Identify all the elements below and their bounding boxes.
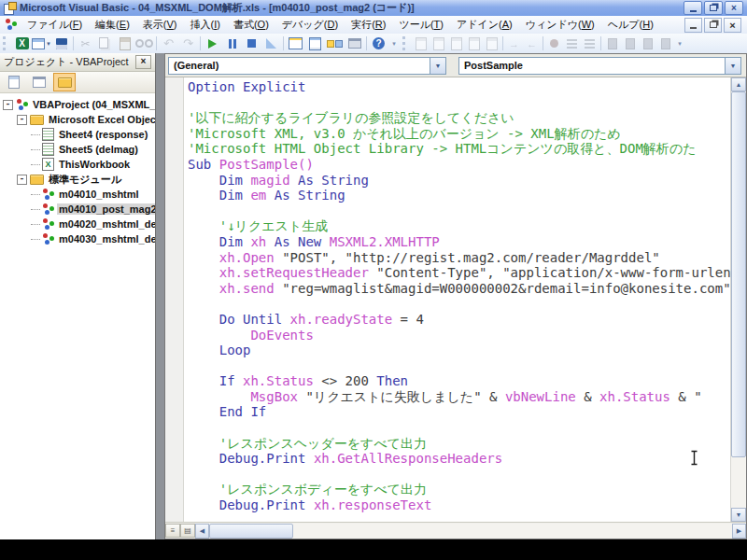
help-icon[interactable]: ? <box>369 35 388 52</box>
tree-expander-icon[interactable]: - <box>17 115 27 125</box>
folder-open-icon <box>30 175 44 185</box>
mdi-restore-icon[interactable] <box>704 18 722 33</box>
project-explorer-icon[interactable] <box>286 35 305 52</box>
edit-toolbar-options-icon[interactable]: ▾ <box>674 35 685 52</box>
run-icon[interactable] <box>203 35 222 52</box>
clear-bookmarks-icon[interactable] <box>656 35 674 52</box>
code-editor[interactable]: Option Explicit'以下に紹介するライブラリの参照設定をしてください… <box>165 77 746 522</box>
view-object-icon[interactable] <box>28 73 50 91</box>
close-icon[interactable]: × <box>135 55 151 69</box>
menu-item-5[interactable]: デバッグ(D) <box>275 16 345 34</box>
break-icon[interactable] <box>222 35 242 52</box>
tree-item-microsoft-excel-objects[interactable]: -Microsoft Excel Objects <box>0 112 155 127</box>
tree-item-m04020_mshtml_delmag_[interactable]: m04020_mshtml_delmag_ <box>0 217 155 231</box>
tree-item-sheet5-delmag-[interactable]: Sheet5 (delmag) <box>0 142 155 157</box>
complete-word-icon[interactable] <box>483 35 500 52</box>
close-icon[interactable]: × <box>725 1 743 15</box>
redo-icon[interactable]: ↷ <box>178 35 198 52</box>
view-code-icon[interactable] <box>3 73 25 91</box>
tree-expander-icon[interactable]: - <box>3 100 13 110</box>
code-line: '以下に紹介するライブラリの参照設定をしてください <box>188 110 731 126</box>
tree-item-label: ThisWorkbook <box>57 159 132 170</box>
minimize-icon[interactable] <box>684 1 702 15</box>
next-bookmark-icon[interactable] <box>621 35 639 52</box>
menu-item-10[interactable]: ヘルプ(H) <box>601 16 660 34</box>
code-line: If xh.Status <> 200 Then <box>188 373 731 389</box>
uncomment-block-icon[interactable] <box>581 35 599 52</box>
toolbar-grip[interactable] <box>3 36 8 50</box>
toolbar-separator <box>543 36 543 50</box>
scroll-down-icon[interactable]: ▼ <box>731 508 746 522</box>
list-constants-icon[interactable] <box>430 35 447 52</box>
outdent-icon[interactable]: ← <box>523 35 541 52</box>
tree-item-m04010_post_mag2[interactable]: m04010_post_mag2 <box>0 202 155 217</box>
code-text[interactable]: Option Explicit'以下に紹介するライブラリの参照設定をしてください… <box>188 79 731 522</box>
toggle-bookmark-icon[interactable] <box>603 35 621 52</box>
reset-icon[interactable] <box>242 35 261 52</box>
horizontal-scrollbar[interactable]: ◀ ▶ <box>195 524 746 539</box>
chevron-down-icon[interactable]: ▼ <box>430 58 445 74</box>
vbe-window: Microsoft Visual Basic - 04_MSXML_DOM解析.… <box>0 0 747 539</box>
edit-toolbar-grip[interactable] <box>402 36 408 50</box>
menu-item-1[interactable]: 編集(E) <box>89 16 136 34</box>
copy-icon[interactable] <box>95 35 115 52</box>
restore-icon[interactable] <box>704 1 723 15</box>
scroll-right-icon[interactable]: ▶ <box>732 524 746 539</box>
design-mode-icon[interactable] <box>261 35 281 52</box>
menu-item-7[interactable]: ツール(T) <box>392 16 450 34</box>
tree-item-thisworkbook[interactable]: XThisWorkbook <box>0 157 155 172</box>
tree-expander-icon[interactable]: - <box>17 175 27 185</box>
vertical-scrollbar[interactable]: ▲ ▼ <box>730 77 746 522</box>
toolbox-icon[interactable] <box>345 35 364 52</box>
tree-item--[interactable]: -標準モジュール <box>0 172 155 187</box>
toolbar-options-icon[interactable]: ▾ <box>388 35 400 52</box>
undo-icon[interactable]: ↶ <box>159 35 178 52</box>
properties-window-icon[interactable] <box>305 35 325 52</box>
insert-userform-icon[interactable]: ▼ <box>32 35 51 52</box>
view-excel-icon[interactable]: X <box>12 35 32 52</box>
code-line: 'Microsoft HTML Object Library -> HTMLコン… <box>188 141 731 157</box>
vertical-scrollbar-thumb[interactable] <box>731 91 746 457</box>
chevron-down-icon[interactable]: ▼ <box>725 58 740 74</box>
list-properties-icon[interactable] <box>412 35 430 52</box>
menu-item-4[interactable]: 書式(O) <box>227 16 275 34</box>
cut-icon[interactable]: ✂ <box>76 35 95 52</box>
procedure-dropdown[interactable]: PostSample ▼ <box>458 57 741 75</box>
toolbar-separator <box>366 36 367 50</box>
margin-indicator-bar[interactable] <box>165 77 184 522</box>
mdi-close-icon[interactable]: × <box>724 18 741 33</box>
mdi-minimize-icon[interactable] <box>684 18 702 33</box>
comment-block-icon[interactable] <box>563 35 581 52</box>
object-dropdown[interactable]: (General) ▼ <box>168 57 446 75</box>
menu-item-6[interactable]: 実行(R) <box>345 16 392 34</box>
toggle-folders-icon[interactable] <box>53 73 76 91</box>
code-line: 'レスポンスボディーをすべて出力 <box>188 482 731 497</box>
object-browser-icon[interactable] <box>325 35 345 52</box>
scroll-left-icon[interactable]: ◀ <box>195 524 209 539</box>
previous-bookmark-icon[interactable] <box>639 35 656 52</box>
scroll-up-icon[interactable]: ▲ <box>731 77 746 91</box>
tree-item-vbaproject-04_msxml_do[interactable]: -VBAProject (04_MSXML_DO <box>0 97 155 112</box>
toggle-breakpoint-icon[interactable] <box>545 35 563 52</box>
menu-item-2[interactable]: 表示(V) <box>136 16 184 34</box>
tree-item-m04010_mshtml[interactable]: m04010_mshtml <box>0 187 155 202</box>
tree-item-m04030_mshtml_delmag_[interactable]: m04030_mshtml_delmag_ <box>0 231 155 246</box>
menu-item-0[interactable]: ファイル(F) <box>21 16 89 34</box>
procedure-view-button[interactable]: ≡ <box>165 524 180 538</box>
module-icon <box>42 203 54 215</box>
indent-icon[interactable]: → <box>505 35 523 52</box>
horizontal-scrollbar-thumb[interactable] <box>209 524 293 539</box>
parameter-info-icon[interactable] <box>465 35 483 52</box>
menu-item-9[interactable]: ウィンドウ(W) <box>519 16 601 34</box>
paste-icon[interactable] <box>115 35 134 52</box>
code-line: 'レスポンスヘッダーをすべて出力 <box>188 436 731 452</box>
code-line: xh.send "reg=wmaglist&magid=W000000002&r… <box>188 281 731 297</box>
menu-item-3[interactable]: 挿入(I) <box>183 16 226 34</box>
save-icon[interactable] <box>51 35 71 52</box>
tree-connector <box>31 149 40 150</box>
menu-item-8[interactable]: アドイン(A) <box>450 16 519 34</box>
full-module-view-button[interactable]: ▤ <box>180 524 195 538</box>
find-icon[interactable] <box>134 35 154 52</box>
tree-item-sheet4-response-[interactable]: Sheet4 (response) <box>0 127 155 142</box>
quick-info-icon[interactable] <box>447 35 465 52</box>
